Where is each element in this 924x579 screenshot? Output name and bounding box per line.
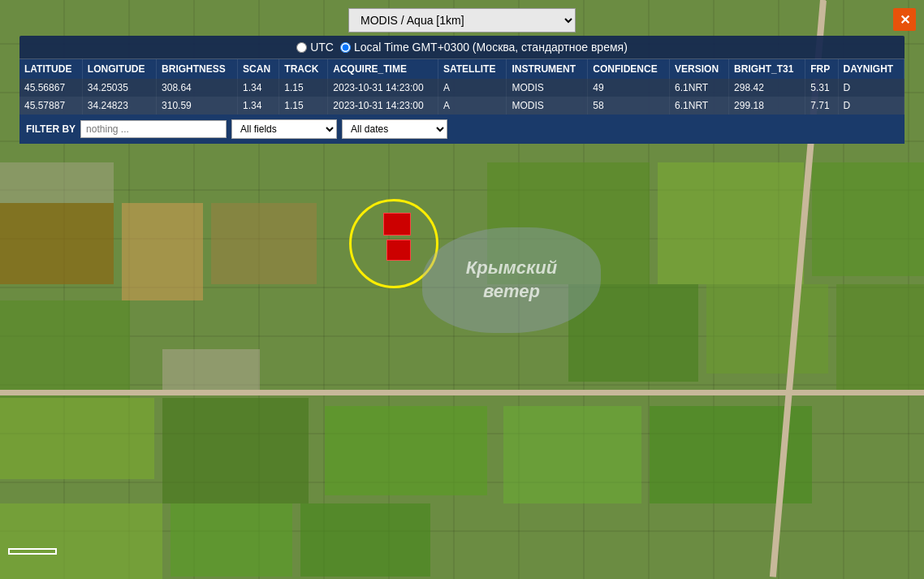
- table-body: 45.5686734.25035308.641.341.152023-10-31…: [19, 79, 905, 115]
- col-acquire_time: ACQUIRE_TIME: [328, 59, 438, 79]
- filter-dates-select[interactable]: All datesLast 24hLast 48hLast week: [342, 119, 447, 139]
- filter-input[interactable]: [80, 120, 227, 138]
- ui-panel: MODIS / Aqua [1km]MODIS / Terra [1km]VII…: [19, 8, 905, 144]
- col-version: VERSION: [670, 59, 729, 79]
- utc-radio[interactable]: [296, 42, 307, 53]
- satellite-selector-wrapper: MODIS / Aqua [1km]MODIS / Terra [1km]VII…: [19, 8, 905, 32]
- table-row: 45.5686734.25035308.641.341.152023-10-31…: [19, 79, 905, 97]
- data-table: LATITUDELONGITUDEBRIGHTNESSSCANTRACKACQU…: [19, 59, 905, 115]
- col-longitude: LONGITUDE: [82, 59, 156, 79]
- data-panel: UTC Local Time GMT+0300 (Москва, стандар…: [19, 36, 905, 144]
- col-daynight: DAYNIGHT: [838, 59, 904, 79]
- timezone-row: UTC Local Time GMT+0300 (Москва, стандар…: [19, 36, 905, 59]
- col-frp: FRP: [805, 59, 838, 79]
- col-brightness: BRIGHTNESS: [157, 59, 238, 79]
- fire-marker-2: [386, 240, 411, 261]
- filter-label: FILTER BY: [26, 123, 76, 135]
- col-bright_t31: BRIGHT_T31: [729, 59, 805, 79]
- local-radio-group[interactable]: Local Time GMT+0300 (Москва, стандартное…: [340, 41, 628, 54]
- utc-radio-group[interactable]: UTC: [296, 41, 334, 54]
- col-satellite: SATELLITE: [438, 59, 506, 79]
- col-track: TRACK: [279, 59, 328, 79]
- scale-bar: [8, 548, 57, 555]
- local-time-label: Local Time GMT+0300 (Москва, стандартное…: [354, 41, 628, 54]
- fire-marker-1: [383, 213, 411, 235]
- col-instrument: INSTRUMENT: [507, 59, 588, 79]
- col-scan: SCAN: [238, 59, 279, 79]
- col-confidence: CONFIDENCE: [588, 59, 670, 79]
- table-header-row: LATITUDELONGITUDEBRIGHTNESSSCANTRACKACQU…: [19, 59, 905, 79]
- utc-label: UTC: [310, 41, 334, 54]
- filter-fields-select[interactable]: All fieldsLATITUDELONGITUDEBRIGHTNESSCON…: [231, 119, 337, 139]
- table-row: 45.5788734.24823310.591.341.152023-10-31…: [19, 97, 905, 115]
- col-latitude: LATITUDE: [19, 59, 82, 79]
- filter-row: FILTER BY All fieldsLATITUDELONGITUDEBRI…: [19, 115, 905, 144]
- local-time-radio[interactable]: [340, 42, 351, 53]
- satellite-selector[interactable]: MODIS / Aqua [1km]MODIS / Terra [1km]VII…: [348, 8, 576, 32]
